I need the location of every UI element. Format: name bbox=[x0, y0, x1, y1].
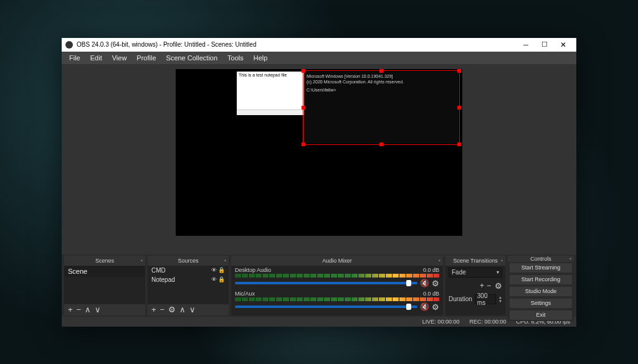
undock-icon[interactable]: ▪ bbox=[439, 258, 440, 263]
settings-button[interactable]: Settings bbox=[509, 298, 573, 309]
mute-icon[interactable]: 🔇 bbox=[420, 302, 429, 311]
preview-area: This is a test notepad file Microsoft Wi… bbox=[62, 64, 576, 254]
visibility-icon[interactable]: 👁 bbox=[211, 267, 217, 273]
undock-icon[interactable]: ▪ bbox=[141, 258, 143, 263]
add-scene-button[interactable]: + bbox=[68, 306, 73, 314]
menu-tools[interactable]: Tools bbox=[222, 54, 249, 62]
duration-value: 300 ms bbox=[477, 292, 493, 306]
controls-title: Controls bbox=[530, 256, 551, 262]
remove-scene-button[interactable]: − bbox=[77, 306, 82, 314]
sources-title: Sources bbox=[178, 258, 198, 264]
scene-item[interactable]: Scene bbox=[64, 266, 145, 277]
menu-view[interactable]: View bbox=[107, 54, 132, 62]
track-name: Desktop Audio bbox=[235, 267, 271, 273]
mute-icon[interactable]: 🔇 bbox=[420, 279, 429, 287]
undock-icon[interactable]: ▪ bbox=[501, 258, 503, 263]
obs-window: OBS 24.0.3 (64-bit, windows) - Profile: … bbox=[62, 38, 576, 327]
audio-meter bbox=[235, 297, 439, 301]
add-source-button[interactable]: + bbox=[151, 306, 156, 314]
menu-scene-collection[interactable]: Scene Collection bbox=[161, 54, 223, 62]
transitions-panel: Scene Transitions▪ Fade ▾ + − ⚙ bbox=[445, 256, 505, 315]
transition-selected: Fade bbox=[452, 269, 466, 276]
track-db: 0.0 dB bbox=[423, 291, 439, 297]
remove-transition-button[interactable]: − bbox=[487, 281, 491, 290]
visibility-icon[interactable]: 👁 bbox=[211, 276, 217, 282]
menu-file[interactable]: File bbox=[64, 54, 85, 62]
notepad-text: This is a test notepad file bbox=[239, 73, 287, 77]
scenes-panel: Scenes▪ Scene + − ∧ ∨ bbox=[64, 256, 145, 315]
source-cmd-preview[interactable]: Microsoft Windows [Version 10.0.19041.32… bbox=[304, 72, 459, 144]
cmd-line: C:\Users\fatiw> bbox=[307, 87, 456, 93]
gear-icon[interactable]: ⚙ bbox=[432, 279, 439, 288]
source-item[interactable]: Notepad 👁🔒 bbox=[148, 275, 229, 284]
mixer-body: Desktop Audio 0.0 dB 🔇 ⚙ Mic/Aux bbox=[231, 266, 443, 315]
cmd-line: Microsoft Windows [Version 10.0.19041.32… bbox=[307, 73, 456, 79]
status-rec: REC: 00:00:00 bbox=[469, 319, 506, 325]
add-transition-button[interactable]: + bbox=[480, 281, 484, 290]
undock-icon[interactable]: ▪ bbox=[224, 258, 226, 263]
remove-source-button[interactable]: − bbox=[160, 306, 165, 314]
minimize-button[interactable]: ─ bbox=[517, 39, 535, 51]
controls-panel: Controls▪ Start Streaming Start Recordin… bbox=[508, 256, 574, 315]
source-properties-button[interactable]: ⚙ bbox=[168, 306, 176, 314]
move-up-button[interactable]: ∧ bbox=[179, 306, 186, 314]
audio-meter bbox=[235, 274, 439, 278]
status-bar: LIVE: 00:00:00 REC: 00:00:00 CPU: 6.2%, … bbox=[62, 317, 576, 327]
lock-icon[interactable]: 🔒 bbox=[218, 267, 225, 273]
start-streaming-button[interactable]: Start Streaming bbox=[509, 263, 573, 273]
volume-slider[interactable] bbox=[235, 306, 417, 308]
move-down-button[interactable]: ∨ bbox=[95, 306, 101, 314]
gear-icon[interactable]: ⚙ bbox=[432, 302, 439, 312]
source-label: Notepad bbox=[151, 276, 175, 283]
menu-edit[interactable]: Edit bbox=[85, 54, 107, 62]
source-label: CMD bbox=[151, 267, 166, 274]
window-title: OBS 24.0.3 (64-bit, windows) - Profile: … bbox=[77, 41, 256, 48]
transitions-title: Scene Transitions bbox=[453, 258, 498, 264]
gear-icon[interactable]: ⚙ bbox=[495, 281, 502, 291]
scenes-list[interactable]: Scene bbox=[64, 266, 145, 304]
menubar: File Edit View Profile Scene Collection … bbox=[62, 52, 576, 64]
maximize-button[interactable]: ☐ bbox=[535, 39, 554, 51]
mixer-track: Mic/Aux 0.0 dB 🔇 ⚙ bbox=[231, 289, 443, 313]
sources-list[interactable]: CMD 👁🔒 Notepad 👁🔒 bbox=[148, 266, 229, 304]
track-name: Mic/Aux bbox=[235, 291, 255, 297]
duration-input[interactable]: 300 ms bbox=[475, 294, 496, 304]
move-up-button[interactable]: ∧ bbox=[85, 306, 91, 314]
mixer-title: Audio Mixer bbox=[322, 258, 352, 264]
titlebar[interactable]: OBS 24.0.3 (64-bit, windows) - Profile: … bbox=[62, 38, 576, 52]
lock-icon[interactable]: 🔒 bbox=[218, 276, 225, 282]
spinner-down-icon[interactable]: ▼ bbox=[498, 299, 502, 303]
menu-help[interactable]: Help bbox=[249, 54, 273, 62]
close-button[interactable]: ✕ bbox=[554, 39, 573, 51]
status-live: LIVE: 00:00:00 bbox=[422, 319, 460, 325]
start-recording-button[interactable]: Start Recording bbox=[509, 274, 573, 285]
transition-select[interactable]: Fade ▾ bbox=[449, 268, 502, 278]
chevron-down-icon: ▾ bbox=[497, 269, 499, 275]
undock-icon[interactable]: ▪ bbox=[569, 256, 571, 261]
duration-label: Duration bbox=[449, 296, 472, 302]
exit-button[interactable]: Exit bbox=[509, 310, 573, 320]
audio-mixer-panel: Audio Mixer▪ Desktop Audio 0.0 dB 🔇 ⚙ bbox=[231, 256, 443, 315]
volume-slider[interactable] bbox=[235, 282, 417, 284]
track-db: 0.0 dB bbox=[423, 267, 439, 273]
obs-icon bbox=[65, 41, 73, 49]
preview-canvas[interactable]: This is a test notepad file Microsoft Wi… bbox=[176, 69, 462, 236]
source-item[interactable]: CMD 👁🔒 bbox=[148, 266, 229, 275]
sources-panel: Sources▪ CMD 👁🔒 Notepad 👁🔒 + − ⚙ ∧ bbox=[148, 256, 229, 315]
cmd-line: (c) 2020 Microsoft Corporation. All righ… bbox=[307, 79, 456, 85]
scenes-title: Scenes bbox=[95, 258, 114, 264]
menu-profile[interactable]: Profile bbox=[131, 54, 161, 62]
mixer-track: Desktop Audio 0.0 dB 🔇 ⚙ bbox=[231, 266, 443, 289]
studio-mode-button[interactable]: Studio Mode bbox=[509, 286, 573, 297]
move-down-button[interactable]: ∨ bbox=[189, 306, 196, 314]
